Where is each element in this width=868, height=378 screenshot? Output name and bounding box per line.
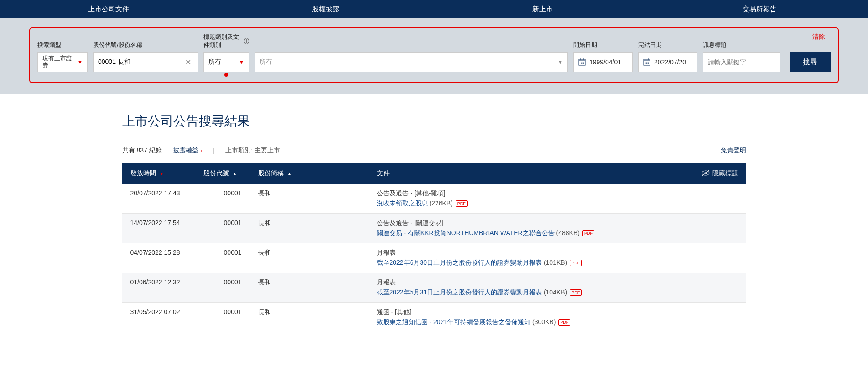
page-title: 上市公司公告搜尋結果 [122, 113, 746, 130]
listing-type-label: 上市類別: [225, 147, 255, 154]
eye-off-icon [702, 170, 710, 178]
doc-link[interactable]: 關連交易 - 有關KKR投資NORTHUMBRIAN WATER之聯合公告 [377, 229, 555, 236]
doc-link[interactable]: 致股東之通知信函 - 2021年可持續發展報告之發佈通知 [377, 318, 531, 326]
meta-separator: | [213, 147, 215, 154]
label-submit-spacer [786, 42, 831, 49]
clear-link[interactable]: 清除 [812, 33, 825, 41]
input-stock-wrapper: ✕ [93, 52, 198, 72]
nav-tab-listed-docs[interactable]: 上市公司文件 [0, 0, 217, 18]
sort-desc-icon: ▼ [160, 171, 164, 176]
chevron-down-icon: ▼ [78, 59, 83, 65]
label-end-date: 完結日期 [638, 41, 697, 49]
field-submit: 搜尋 [786, 42, 831, 72]
doc-category: 月報表 [377, 278, 738, 287]
field-end-date: 完結日期 11 2022/07/20 [638, 41, 697, 72]
svg-text:11: 11 [581, 61, 584, 64]
th-time[interactable]: 發放時間 ▼ [122, 163, 195, 184]
doc-size: (101KB) [544, 259, 567, 266]
field-news-title: 訊息標題 [703, 41, 780, 72]
pdf-badge-icon: PDF [570, 289, 582, 296]
chevron-right-icon: › [200, 147, 202, 154]
label-headline-text: 標題類別及文件類別 [203, 33, 242, 49]
cell-doc: 月報表截至2022年5月31日止月份之股份發行人的證券變動月報表 (104KB)… [369, 273, 746, 303]
doc-link[interactable]: 截至2022年5月31日止月份之股份發行人的證券變動月報表 [377, 289, 542, 296]
pdf-badge-icon: PDF [558, 319, 570, 326]
sort-asc-icon: ▲ [287, 171, 292, 176]
cell-time: 14/07/2022 17:54 [122, 214, 195, 243]
label-headline: 標題類別及文件類別 i [203, 33, 249, 49]
input-start-date[interactable]: 11 1999/04/01 [573, 52, 633, 72]
count-number: 837 [136, 147, 147, 154]
pdf-badge-icon: PDF [582, 230, 594, 236]
chevron-down-icon: ▼ [239, 59, 244, 65]
end-date-value: 2022/07/20 [654, 58, 686, 66]
cell-time: 04/07/2022 15:28 [122, 243, 195, 273]
doc-size: (300KB) [532, 318, 556, 326]
content: 上市公司公告搜尋結果 共有 837 紀錄 披露權益 › | 上市類別: 主要上市… [115, 94, 754, 332]
th-hide-title[interactable]: 隱藏標題 [503, 163, 746, 184]
cell-name: 長和 [250, 273, 369, 303]
meta-row: 共有 837 紀錄 披露權益 › | 上市類別: 主要上市 免責聲明 [122, 147, 746, 155]
cell-doc: 公告及通告 - [關連交易]關連交易 - 有關KKR投資NORTHUMBRIAN… [369, 214, 746, 243]
cell-name: 長和 [250, 184, 369, 214]
pdf-badge-icon: PDF [456, 200, 468, 207]
cell-time: 31/05/2022 07:02 [122, 303, 195, 332]
results-table: 發放時間 ▼ 股份代號 ▲ 股份簡稱 ▲ [122, 163, 746, 332]
clear-stock-icon[interactable]: ✕ [183, 58, 193, 67]
input-news-title-wrapper [703, 52, 780, 72]
table-header-row: 發放時間 ▼ 股份代號 ▲ 股份簡稱 ▲ [122, 163, 746, 184]
nav-tab-shareholding[interactable]: 股權披露 [217, 0, 434, 18]
field-headline-sub: 所有 ▼ [255, 42, 568, 72]
input-end-date[interactable]: 11 2022/07/20 [638, 52, 697, 72]
label-headline-sub-spacer [255, 42, 568, 49]
disclosure-link[interactable]: 披露權益 › [173, 147, 202, 155]
cell-code: 00001 [195, 273, 250, 303]
select-headline-sub-placeholder: 所有 [260, 58, 272, 66]
th-name-label: 股份簡稱 [258, 169, 284, 178]
cell-code: 00001 [195, 214, 250, 243]
th-code[interactable]: 股份代號 ▲ [195, 163, 250, 184]
cell-doc: 月報表截至2022年6月30日止月份之股份發行人的證券變動月報表 (101KB)… [369, 243, 746, 273]
cell-name: 長和 [250, 303, 369, 332]
th-time-label: 發放時間 [130, 169, 156, 178]
chevron-down-icon: ▼ [558, 59, 563, 65]
select-search-type[interactable]: 現有上市證券 ▼ [37, 52, 88, 72]
doc-size: (104KB) [544, 289, 567, 296]
select-headline[interactable]: 所有 ▼ [203, 52, 249, 72]
select-headline-sub[interactable]: 所有 ▼ [255, 52, 568, 72]
cell-name: 長和 [250, 243, 369, 273]
top-nav: 上市公司文件 股權披露 新上市 交易所報告 [0, 0, 868, 18]
nav-tab-new-listings[interactable]: 新上市 [434, 0, 651, 18]
cell-code: 00001 [195, 184, 250, 214]
calendar-icon: 11 [643, 58, 650, 66]
table-row: 31/05/2022 07:0200001長和通函 - [其他]致股東之通知信函… [122, 303, 746, 332]
search-bar: 清除 搜索類型 現有上市證券 ▼ 股份代號/股份名稱 ✕ 標題類別及文件類別 i… [29, 27, 839, 83]
disclaimer-link[interactable]: 免責聲明 [721, 147, 746, 155]
cell-doc: 公告及通告 - [其他-雜項]沒收未領取之股息 (226KB)PDF [369, 184, 746, 214]
field-search-type: 搜索類型 現有上市證券 ▼ [37, 41, 88, 72]
input-stock[interactable] [98, 58, 183, 66]
count-prefix: 共有 [122, 147, 137, 154]
doc-category: 通函 - [其他] [377, 308, 738, 316]
table-row: 01/06/2022 12:3200001長和月報表截至2022年5月31日止月… [122, 273, 746, 303]
listing-type: 上市類別: 主要上市 [225, 147, 280, 155]
search-button[interactable]: 搜尋 [790, 52, 831, 72]
doc-link[interactable]: 截至2022年6月30日止月份之股份發行人的證券變動月報表 [377, 259, 542, 266]
doc-size: (488KB) [556, 229, 580, 236]
th-name[interactable]: 股份簡稱 ▲ [250, 163, 369, 184]
th-doc: 文件 [369, 163, 503, 184]
field-start-date: 開始日期 11 1999/04/01 [573, 41, 633, 72]
th-hide-label: 隱藏標題 [712, 169, 738, 178]
nav-tab-exchange-reports[interactable]: 交易所報告 [651, 0, 868, 18]
cell-name: 長和 [250, 214, 369, 243]
info-icon[interactable]: i [244, 38, 249, 44]
doc-link[interactable]: 沒收未領取之股息 [377, 200, 428, 207]
doc-category: 公告及通告 - [關連交易] [377, 219, 738, 227]
cell-code: 00001 [195, 243, 250, 273]
listing-type-value: 主要上市 [255, 147, 280, 154]
table-row: 14/07/2022 17:5400001長和公告及通告 - [關連交易]關連交… [122, 214, 746, 243]
input-news-title[interactable] [708, 58, 775, 66]
cell-time: 01/06/2022 12:32 [122, 273, 195, 303]
start-date-value: 1999/04/01 [589, 58, 621, 66]
field-stock: 股份代號/股份名稱 ✕ [93, 41, 198, 72]
